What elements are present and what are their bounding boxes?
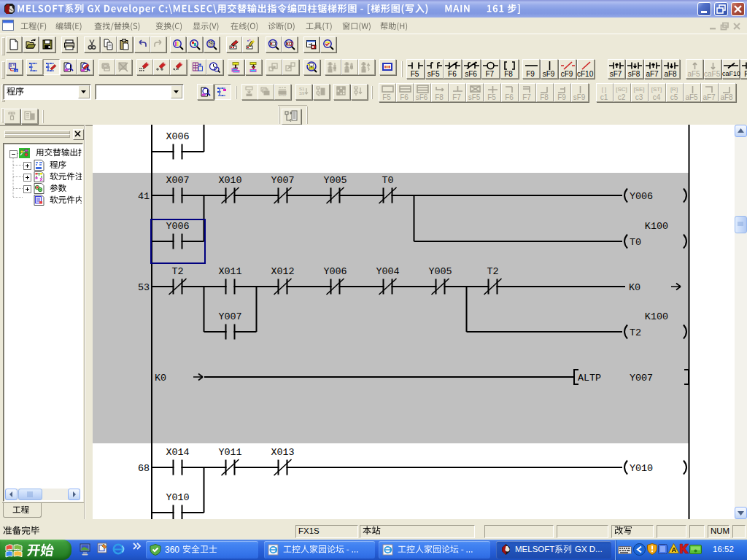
svg-text:T2: T2 <box>630 327 641 338</box>
svg-text:Y007: Y007 <box>271 175 294 186</box>
svg-text:Y005: Y005 <box>428 266 452 277</box>
svg-text:Y006: Y006 <box>166 221 189 232</box>
svg-text:Y011: Y011 <box>218 447 241 458</box>
svg-text:X014: X014 <box>166 447 189 458</box>
svg-text:LD: LD <box>15 69 18 73</box>
svg-text:Y006: Y006 <box>323 266 347 277</box>
svg-text:Y010: Y010 <box>630 463 653 474</box>
svg-text:T2: T2 <box>171 266 183 277</box>
svg-text:Y004: Y004 <box>376 266 399 277</box>
svg-text:41: 41 <box>138 191 150 202</box>
svg-text:K0: K0 <box>629 282 640 293</box>
svg-text:Y010: Y010 <box>166 492 189 503</box>
svg-text:Y007: Y007 <box>630 373 653 384</box>
svg-text:53: 53 <box>138 282 150 293</box>
svg-text:68: 68 <box>138 463 150 474</box>
svg-text:X006: X006 <box>166 131 189 142</box>
svg-text:S9: S9 <box>299 91 305 96</box>
svg-text:X007: X007 <box>166 175 189 186</box>
svg-text:A: A <box>672 546 677 553</box>
svg-text:K100: K100 <box>645 311 668 322</box>
svg-text:X010: X010 <box>218 175 241 186</box>
svg-text:X013: X013 <box>271 447 294 458</box>
svg-text:K100: K100 <box>645 221 668 232</box>
svg-text:Y007: Y007 <box>218 311 241 322</box>
svg-text:X011: X011 <box>218 266 241 277</box>
svg-text:error: error <box>279 93 287 97</box>
svg-text:Y006: Y006 <box>630 191 653 202</box>
svg-text:Y005: Y005 <box>323 175 347 186</box>
svg-text:T0: T0 <box>382 175 393 186</box>
svg-text:X012: X012 <box>271 266 294 277</box>
svg-text:ALTP: ALTP <box>578 373 601 384</box>
svg-text:K0: K0 <box>155 373 166 384</box>
svg-text:T2: T2 <box>487 266 498 277</box>
svg-text:T0: T0 <box>630 237 641 248</box>
